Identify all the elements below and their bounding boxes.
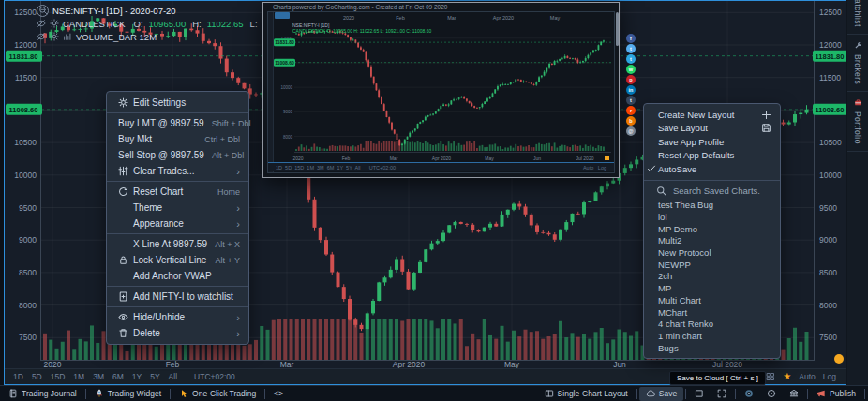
trash-icon <box>118 328 128 338</box>
ctx-appearance[interactable]: Appearance› <box>107 215 248 231</box>
plus-icon <box>761 110 771 120</box>
layout-menu-autosave[interactable]: AutoSave <box>644 162 780 176</box>
share-twitter-icon[interactable]: t <box>626 44 636 53</box>
ctx-reset-chart[interactable]: Reset ChartHome <box>107 184 248 200</box>
sidebar-tab-watchlist[interactable]: Watchlist <box>847 0 868 35</box>
share-reddit-icon[interactable]: r <box>626 106 636 115</box>
svg-text:9500: 9500 <box>819 203 837 213</box>
sidebar-tab-brokers[interactable]: Brokers <box>847 35 868 92</box>
saved-charts-search[interactable] <box>644 183 780 200</box>
popup-menu-chip[interactable] <box>275 12 290 19</box>
square-icon <box>695 389 704 398</box>
svg-text:12000: 12000 <box>14 40 37 50</box>
layout-menu-reset-app-defaults[interactable]: Reset App Defaults <box>644 149 780 163</box>
ctx-delete[interactable]: Delete› <box>107 325 248 341</box>
-button[interactable]: <> <box>267 387 290 401</box>
timeframe-1m[interactable]: 1M <box>73 372 84 381</box>
menu-item-label: Delete <box>133 328 229 338</box>
timeframe-1d[interactable]: 1D <box>13 372 23 381</box>
share-blogger-icon[interactable]: b <box>626 116 636 126</box>
timeframe-3m[interactable]: 3M <box>93 372 104 381</box>
timeframe-15d[interactable]: 15D <box>51 372 66 381</box>
ctx-theme[interactable]: Theme› <box>107 200 248 215</box>
menu-item-label: Add NIFTY-I to watchlist <box>133 291 240 302</box>
ctx-sell-stop-9897-59[interactable]: Sell Stop @ 9897.59Alt + Dbl <box>107 147 248 163</box>
layout-menu-save-app-profile[interactable]: Save App Profile <box>644 135 780 149</box>
svg-text:11831.80: 11831.80 <box>275 39 294 45</box>
saved-chart-4-chart-renko[interactable]: 4 chart Renko <box>644 318 780 330</box>
timeframe-6m[interactable]: 6M <box>112 372 124 381</box>
timeframe-5d[interactable]: 5D <box>32 372 42 381</box>
favorite-star-icon[interactable]: ★ <box>783 372 791 381</box>
share-whatsapp-icon[interactable]: w <box>626 65 636 74</box>
toolbar-divider <box>735 389 736 399</box>
share-facebook-icon[interactable]: f <box>626 34 636 43</box>
popup-scrollbar[interactable] <box>616 12 619 46</box>
timeframe-5y[interactable]: 5Y <box>150 372 159 381</box>
sidebar-tab-portfolio[interactable]: Portfolio <box>847 92 868 152</box>
symbol-title: NSE:NIFTY-I [1D] - 2020-07-20 <box>52 6 176 16</box>
share-tumblr-icon[interactable]: t <box>626 96 636 105</box>
trading-journal-button[interactable]: Trading Journal <box>2 387 83 401</box>
share-email-icon[interactable]: @ <box>626 126 636 136</box>
publish-button[interactable]: Publish <box>810 387 862 401</box>
saved-chart-test-thea-bug[interactable]: test Thea Bug <box>644 200 780 212</box>
saved-chart-mp-demo[interactable]: MP Demo <box>644 223 780 235</box>
saved-chart-2ch[interactable]: 2ch <box>644 271 780 283</box>
sidebar-tab-label: Watchlist <box>853 0 862 27</box>
one-click-trading-button[interactable]: One-Click Trading <box>172 387 262 401</box>
ctx-buy-lmt-9897-59[interactable]: Buy LMT @ 9897.59Shift + Dbl <box>107 115 248 131</box>
target-button[interactable] <box>760 387 783 401</box>
button-label: Trading Journal <box>22 389 77 398</box>
mini-price-chart: 120001100010000900080002020FebMarApr 202… <box>274 12 615 173</box>
hide-series-icon[interactable] <box>37 19 46 28</box>
saved-chart-multi2[interactable]: Multi2 <box>644 235 780 247</box>
grid-settings-icon[interactable] <box>766 372 775 381</box>
volume-settings-icon[interactable] <box>50 32 59 41</box>
trading-widget-button[interactable]: Trading Widget <box>88 387 168 401</box>
share-preview-popup: Charts powered by GoCharting.com - Creat… <box>262 2 620 178</box>
saved-chart-mp[interactable]: MP <box>644 282 780 294</box>
timezone-label[interactable]: UTC+02:00 <box>194 372 235 381</box>
menu-item-label: Appearance <box>133 218 229 229</box>
series-settings-icon[interactable] <box>50 19 59 28</box>
expand-button[interactable] <box>711 387 733 401</box>
layout-menu-create-new-layout[interactable]: Create New Layout <box>644 108 780 122</box>
ctx-hide-unhide[interactable]: Hide/Unhide› <box>107 309 248 325</box>
zoom-out-icon[interactable] <box>37 5 49 17</box>
share-telegram-icon[interactable]: t <box>626 54 636 64</box>
saved-chart-bugs[interactable]: Bugs <box>644 342 780 354</box>
app-window: 2020FebMarApr 2020MayJunJul 202012500125… <box>0 0 868 401</box>
timeframe-all[interactable]: All <box>169 372 177 381</box>
saved-chart-multi-chart[interactable]: Multi Chart <box>644 294 780 306</box>
journal-icon <box>8 389 18 398</box>
share-linkedin-icon[interactable]: in <box>626 85 636 95</box>
ctx-clear-trades[interactable]: Clear Trades...› <box>107 163 248 179</box>
bank-button[interactable] <box>783 387 805 401</box>
ctx-add-anchor-vwap[interactable]: Add Anchor VWAP <box>107 268 248 284</box>
svg-text:10500: 10500 <box>14 138 37 147</box>
search-input[interactable] <box>673 186 776 196</box>
camera-button[interactable] <box>738 387 760 401</box>
square-button[interactable] <box>688 387 711 401</box>
ctx-lock-vertical-line[interactable]: Lock Vertical LineAlt + Y <box>107 252 248 268</box>
ctx-add-nifty-i-to-watchlist[interactable]: Add NIFTY-I to watchlist <box>107 289 248 304</box>
svg-text:11500: 11500 <box>15 73 37 82</box>
saved-chart-mchart[interactable]: MChart <box>644 306 780 319</box>
auto-scale-toggle[interactable]: Auto <box>799 372 816 381</box>
saved-chart-newpp[interactable]: NEWPP <box>644 259 780 271</box>
notification-dot[interactable] <box>834 354 844 364</box>
layout-menu-save-layout[interactable]: Save Layout <box>644 122 780 136</box>
ctx-x-line-at-9897-59[interactable]: X Line At 9897.59Alt + X <box>107 236 248 252</box>
log-scale-toggle[interactable]: Log <box>823 372 836 381</box>
ctx-buy-mkt[interactable]: Buy MktCtrl + Dbl <box>107 131 248 147</box>
timeframe-1y[interactable]: 1Y <box>132 372 142 381</box>
saved-chart-1-min-chart[interactable]: 1 min chart <box>644 330 780 342</box>
ctx-edit-settings[interactable]: Edit Settings <box>107 95 248 111</box>
share-pinterest-icon[interactable]: p <box>626 75 636 84</box>
single-chart-layout-button[interactable]: Single-Chart Layout <box>538 387 635 401</box>
saved-chart-new-protocol[interactable]: New Protocol <box>644 246 780 259</box>
saved-chart-lol[interactable]: lol <box>644 211 780 223</box>
save-button[interactable]: Save <box>639 387 683 401</box>
hide-volume-icon[interactable] <box>37 32 46 41</box>
